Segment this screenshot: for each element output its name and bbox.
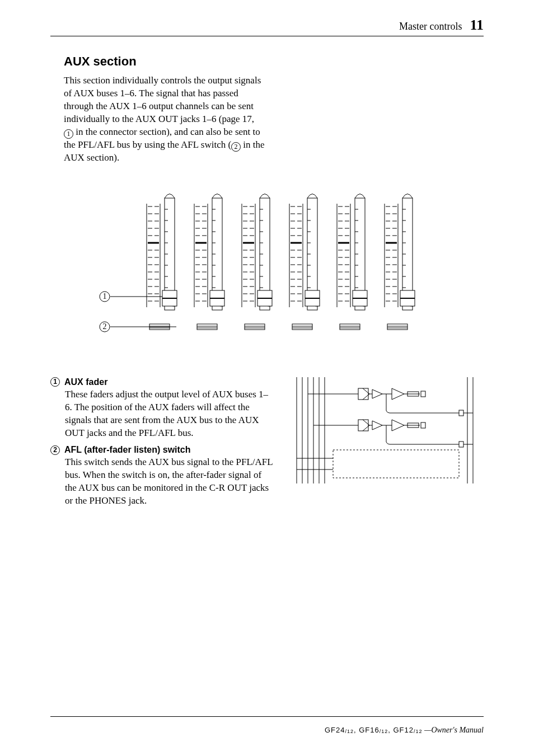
callout-1: 1 [103,292,107,300]
svg-rect-236 [340,324,360,330]
svg-marker-298 [372,389,382,398]
desc-num-2: 2 [50,445,60,455]
inline-ref-2: 2 [231,142,241,152]
footer-label: —Owner's Manual [424,726,484,734]
svg-rect-95 [197,324,217,330]
desc-item-afl-switch: 2 AFL (after-fader listen) switch This s… [50,445,274,508]
footer-rule [50,716,484,717]
svg-rect-304 [421,391,425,397]
svg-rect-307 [459,410,463,416]
aux-fader-diagram: 1 2 ∞∞∞∞∞∞ [50,187,484,344]
svg-marker-301 [392,388,404,400]
desc-num-1: 1 [50,377,60,387]
section-intro: This section individually controls the o… [64,74,265,165]
header-section: Master controls [399,21,462,32]
svg-rect-310 [358,420,368,431]
inline-ref-1: 1 [64,129,73,139]
svg-rect-319 [421,422,425,428]
page-footer: GF24/12, GF16/12, GF12/12 —Owner's Manua… [325,726,484,735]
header-page-number: 11 [470,17,484,34]
desc-body-1: These faders adjust the output level of … [65,388,274,440]
svg-marker-316 [392,420,404,431]
callout-2: 2 [103,322,107,331]
signal-flow-diagram [291,377,476,514]
section-title: AUX section [64,54,484,69]
footer-models: GF24/12, GF16/12, GF12/12 [325,726,423,734]
page-header: Master controls 11 [50,17,484,36]
svg-rect-324 [333,450,459,478]
svg-rect-189 [292,324,312,330]
svg-rect-322 [459,442,463,447]
desc-body-2: This switch sends the AUX bus signal to … [65,456,274,508]
desc-title-1: AUX fader [64,377,107,387]
svg-marker-313 [372,421,382,430]
svg-rect-295 [358,388,368,400]
description-list: 1 AUX fader These faders adjust the outp… [50,377,274,514]
intro-text-1: This section individually controls the o… [64,75,261,124]
desc-title-2: AFL (after-fader listen) switch [64,445,191,455]
svg-rect-283 [387,324,407,330]
desc-item-aux-fader: 1 AUX fader These faders adjust the outp… [50,377,274,440]
svg-rect-142 [245,324,265,330]
